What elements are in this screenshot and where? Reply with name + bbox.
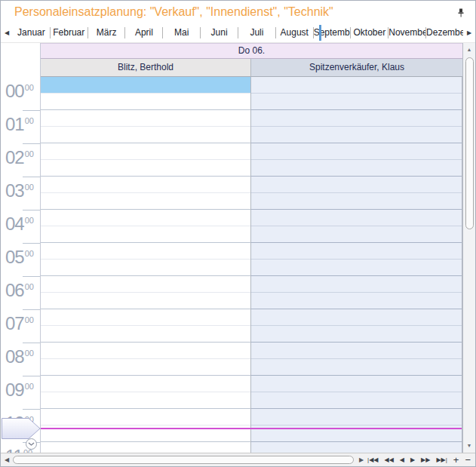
hour-label: 0800 xyxy=(5,344,34,366)
time-slot[interactable] xyxy=(41,127,250,143)
hour-tick xyxy=(23,143,40,144)
time-slot[interactable] xyxy=(251,77,462,94)
time-slot[interactable] xyxy=(251,392,462,409)
hour-tick xyxy=(23,376,40,376)
time-slot[interactable] xyxy=(41,392,250,409)
month-tab[interactable]: Dezember xyxy=(425,27,463,38)
month-next-arrow-icon[interactable]: ▶ xyxy=(463,29,475,36)
month-list: JanuarFebruarMärzAprilMaiJuniJuliAugustS… xyxy=(13,23,463,42)
time-slot[interactable] xyxy=(251,326,462,343)
time-slot[interactable] xyxy=(251,442,462,453)
time-slot[interactable] xyxy=(41,177,250,193)
navigator-button[interactable]: ▶▶| xyxy=(436,457,447,463)
time-slot[interactable] xyxy=(251,260,462,276)
month-tab[interactable]: April xyxy=(124,27,162,38)
vertical-scrollbar[interactable]: ▲ ▼ xyxy=(462,43,475,453)
time-slot[interactable] xyxy=(41,359,250,376)
time-slot[interactable] xyxy=(251,210,462,226)
month-tab[interactable]: Oktober xyxy=(350,27,388,38)
month-tab[interactable]: Januar xyxy=(13,27,50,38)
time-slot[interactable] xyxy=(41,276,250,293)
time-slot[interactable] xyxy=(251,409,462,426)
time-slot[interactable] xyxy=(41,343,250,359)
hour-label: 0000 xyxy=(5,78,34,100)
current-time-marker xyxy=(2,418,41,442)
selected-time-slot[interactable] xyxy=(41,77,250,93)
month-navigation-bar: ◀ JanuarFebruarMärzAprilMaiJuniJuliAugus… xyxy=(1,23,475,43)
bottom-bar: ◀ ▶ |◀◀◀◀◀▶▶▶▶▶|+− xyxy=(1,453,475,466)
appointment-navigator: |◀◀◀◀◀▶▶▶▶▶|+− xyxy=(367,453,471,466)
month-tab[interactable]: Juni xyxy=(200,27,238,38)
time-slot[interactable] xyxy=(251,94,462,110)
day-column-blitz[interactable] xyxy=(41,77,250,453)
month-tab[interactable]: Novembe xyxy=(388,27,425,38)
month-tab[interactable]: März xyxy=(88,27,125,38)
time-slot[interactable] xyxy=(251,376,462,392)
time-slot[interactable] xyxy=(251,143,462,160)
pin-icon[interactable] xyxy=(456,8,465,18)
time-slot[interactable] xyxy=(251,177,462,193)
time-slot[interactable] xyxy=(41,143,250,160)
time-slot[interactable] xyxy=(41,309,250,326)
resource-header-blitz[interactable]: Blitz, Berthold xyxy=(41,59,250,77)
hour-tick xyxy=(23,276,40,277)
time-slot[interactable] xyxy=(41,326,250,343)
time-slot[interactable] xyxy=(41,376,250,392)
scroll-right-arrow-icon[interactable]: ▶ xyxy=(359,456,364,463)
time-slot[interactable] xyxy=(41,243,250,260)
title-bar: Personaleinsatzplanung: "Verkauf", "Inne… xyxy=(1,1,475,23)
time-slot[interactable] xyxy=(41,110,250,127)
navigator-button[interactable]: ▶ xyxy=(410,457,415,463)
time-slot[interactable] xyxy=(41,193,250,210)
hour-label: 0400 xyxy=(5,211,34,233)
navigator-button[interactable]: |◀◀ xyxy=(367,457,378,463)
month-tab[interactable]: August xyxy=(275,27,313,38)
hour-label: 0200 xyxy=(5,145,34,167)
time-slot[interactable] xyxy=(41,226,250,243)
time-slot[interactable] xyxy=(41,260,250,276)
time-slot[interactable] xyxy=(251,243,462,260)
hour-tick xyxy=(23,243,40,244)
time-slot[interactable] xyxy=(41,94,250,110)
month-tab[interactable]: Juli xyxy=(238,27,275,38)
time-slot[interactable] xyxy=(41,293,250,309)
time-slot[interactable] xyxy=(41,409,250,426)
hour-tick xyxy=(23,343,40,343)
horizontal-scrollbar-thumb[interactable] xyxy=(13,456,354,464)
time-slot[interactable] xyxy=(251,359,462,376)
resource-header-spitzenverkaeufer[interactable]: Spitzenverkäufer, Klaus xyxy=(250,59,462,77)
navigator-button[interactable]: ◀ xyxy=(400,457,404,463)
hour-label: 0600 xyxy=(5,278,34,300)
time-slot[interactable] xyxy=(41,210,250,226)
time-slot[interactable] xyxy=(41,442,250,453)
time-slot[interactable] xyxy=(251,276,462,293)
navigator-button[interactable]: − xyxy=(465,455,471,465)
time-slot[interactable] xyxy=(251,293,462,309)
month-prev-arrow-icon[interactable]: ◀ xyxy=(1,29,13,36)
time-slot[interactable] xyxy=(41,160,250,177)
scroll-left-arrow-icon[interactable]: ◀ xyxy=(5,456,9,463)
time-gutter: 0000010002000300040005000600070008000900… xyxy=(2,77,40,453)
scroll-down-arrow-icon[interactable]: ▼ xyxy=(463,440,475,452)
navigator-button[interactable]: + xyxy=(453,455,459,465)
day-column-spitzenverkaeufer[interactable] xyxy=(250,77,462,453)
time-slot[interactable] xyxy=(251,110,462,127)
scroll-up-arrow-icon[interactable]: ▲ xyxy=(463,44,475,56)
hour-tick xyxy=(23,309,40,310)
hour-tick xyxy=(23,177,40,177)
time-slot[interactable] xyxy=(251,226,462,243)
month-tab[interactable]: Mai xyxy=(162,27,200,38)
page-title: Personaleinsatzplanung: "Verkauf", "Inne… xyxy=(14,5,333,19)
time-slot[interactable] xyxy=(251,193,462,210)
vertical-scrollbar-thumb[interactable] xyxy=(465,57,474,229)
month-tab[interactable]: Februar xyxy=(50,27,88,38)
time-slot[interactable] xyxy=(251,309,462,326)
current-time-line xyxy=(41,428,462,429)
hour-tick xyxy=(23,110,40,111)
time-slot[interactable] xyxy=(251,160,462,177)
time-slot[interactable] xyxy=(251,127,462,143)
navigate-down-button[interactable] xyxy=(26,438,37,450)
time-slot[interactable] xyxy=(251,343,462,359)
navigator-button[interactable]: ▶▶ xyxy=(421,457,430,463)
navigator-button[interactable]: ◀◀ xyxy=(384,457,393,463)
